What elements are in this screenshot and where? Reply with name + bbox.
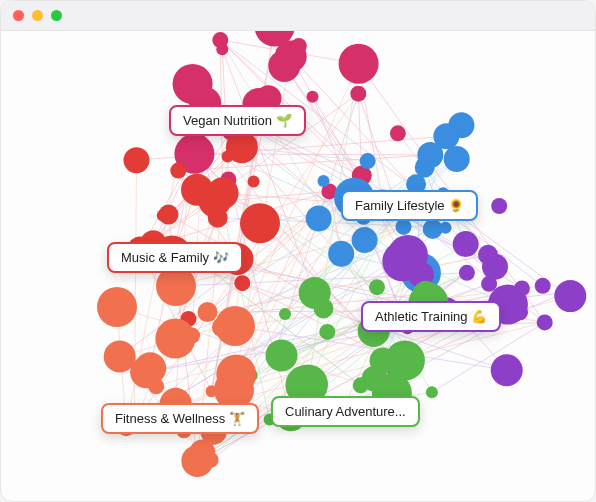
graph-node[interactable] bbox=[556, 285, 572, 301]
graph-node[interactable] bbox=[181, 445, 213, 477]
cluster-label-music[interactable]: Music & Family 🎶 bbox=[107, 242, 243, 273]
graph-node[interactable] bbox=[212, 317, 232, 337]
graph-node[interactable] bbox=[306, 206, 332, 232]
cluster-label-family[interactable]: Family Lifestyle 🌻 bbox=[341, 190, 478, 221]
graph-node[interactable] bbox=[396, 219, 412, 235]
network-graph bbox=[1, 31, 596, 502]
graph-node[interactable] bbox=[369, 279, 385, 295]
graph-node[interactable] bbox=[537, 314, 553, 330]
graph-node[interactable] bbox=[328, 241, 354, 267]
graph-node[interactable] bbox=[240, 203, 280, 243]
graph-node[interactable] bbox=[307, 91, 319, 103]
graph-node[interactable] bbox=[258, 92, 270, 104]
cluster-label-text: Fitness & Wellness 🏋️ bbox=[115, 411, 245, 426]
graph-node[interactable] bbox=[266, 339, 298, 371]
cluster-label-text: Music & Family 🎶 bbox=[121, 250, 229, 265]
graph-node[interactable] bbox=[222, 151, 234, 163]
cluster-label-text: Vegan Nutrition 🌱 bbox=[183, 113, 292, 128]
graph-node[interactable] bbox=[382, 241, 422, 281]
cluster-label-vegan[interactable]: Vegan Nutrition 🌱 bbox=[169, 105, 306, 136]
graph-node[interactable] bbox=[134, 352, 166, 384]
graph-node[interactable] bbox=[216, 354, 256, 394]
titlebar bbox=[1, 1, 595, 31]
close-icon[interactable] bbox=[13, 10, 24, 21]
graph-node[interactable] bbox=[444, 146, 470, 172]
svg-line-135 bbox=[178, 155, 430, 171]
graph-node[interactable] bbox=[104, 341, 136, 373]
cluster-label-fitness[interactable]: Fitness & Wellness 🏋️ bbox=[101, 403, 259, 434]
graph-node[interactable] bbox=[124, 147, 150, 173]
cluster-label-text: Athletic Training 💪 bbox=[375, 309, 487, 324]
graph-node[interactable] bbox=[390, 125, 406, 141]
cluster-label-athletic[interactable]: Athletic Training 💪 bbox=[361, 301, 501, 332]
graph-node[interactable] bbox=[97, 287, 137, 327]
graph-node[interactable] bbox=[212, 32, 228, 48]
graph-node[interactable] bbox=[339, 44, 379, 84]
graph-node[interactable] bbox=[353, 377, 369, 393]
graph-node[interactable] bbox=[318, 175, 330, 187]
graph-node[interactable] bbox=[426, 386, 438, 398]
graph-node[interactable] bbox=[459, 265, 475, 281]
app-window: Vegan Nutrition 🌱Family Lifestyle 🌻Music… bbox=[0, 0, 596, 502]
svg-line-75 bbox=[432, 322, 545, 392]
graph-node[interactable] bbox=[482, 254, 508, 280]
graph-node[interactable] bbox=[268, 50, 300, 82]
graph-node[interactable] bbox=[199, 186, 231, 218]
graph-node[interactable] bbox=[173, 64, 213, 104]
graph-node[interactable] bbox=[491, 198, 507, 214]
graph-canvas[interactable]: Vegan Nutrition 🌱Family Lifestyle 🌻Music… bbox=[1, 31, 595, 501]
graph-node[interactable] bbox=[314, 298, 334, 318]
graph-node[interactable] bbox=[360, 153, 376, 169]
graph-node[interactable] bbox=[491, 354, 523, 386]
cluster-label-text: Family Lifestyle 🌻 bbox=[355, 198, 464, 213]
graph-node[interactable] bbox=[535, 278, 551, 294]
graph-node[interactable] bbox=[350, 86, 366, 102]
graph-node[interactable] bbox=[453, 231, 479, 257]
graph-node[interactable] bbox=[291, 38, 307, 54]
maximize-icon[interactable] bbox=[51, 10, 62, 21]
graph-node[interactable] bbox=[440, 222, 452, 234]
cluster-label-culinary[interactable]: Culinary Adventure... bbox=[271, 396, 420, 427]
graph-node[interactable] bbox=[279, 308, 291, 320]
graph-node[interactable] bbox=[198, 302, 218, 322]
graph-node[interactable] bbox=[170, 163, 186, 179]
graph-node[interactable] bbox=[417, 142, 443, 168]
graph-node[interactable] bbox=[159, 205, 179, 225]
graph-node[interactable] bbox=[155, 319, 195, 359]
graph-node[interactable] bbox=[319, 324, 335, 340]
graph-node[interactable] bbox=[248, 176, 260, 188]
graph-node[interactable] bbox=[234, 275, 250, 291]
graph-node[interactable] bbox=[352, 227, 378, 253]
minimize-icon[interactable] bbox=[32, 10, 43, 21]
cluster-label-text: Culinary Adventure... bbox=[285, 404, 406, 419]
